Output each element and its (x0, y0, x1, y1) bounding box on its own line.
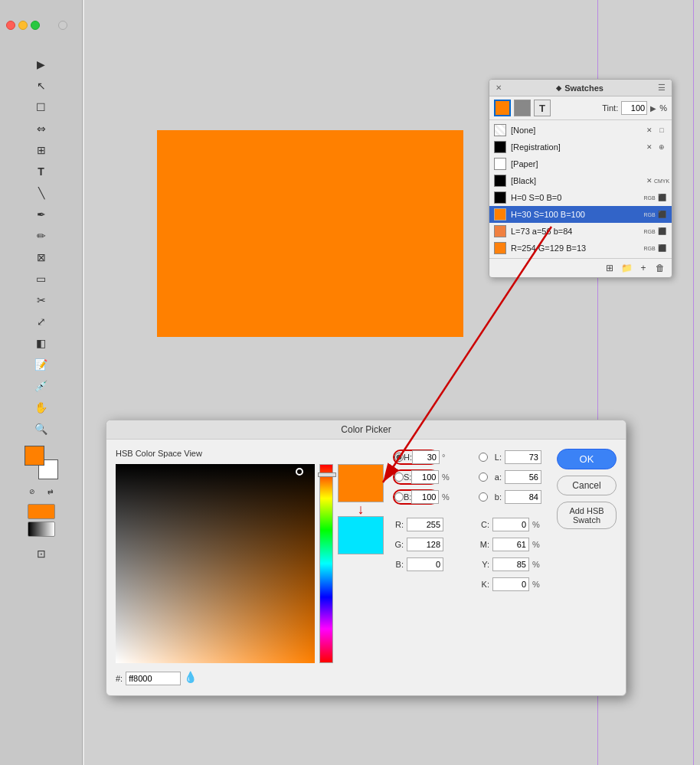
minimize-button[interactable] (18, 21, 28, 30)
cp-g-input[interactable] (407, 538, 443, 551)
cp-h-unit: ° (442, 453, 445, 462)
cp-h-input[interactable] (412, 450, 440, 464)
eyedropper-icon[interactable]: 💧 (184, 671, 199, 686)
canvas-orange-rectangle (157, 130, 463, 337)
cp-s-input[interactable] (411, 470, 439, 484)
cp-y-input[interactable] (492, 557, 529, 571)
swatch-black-color (494, 175, 506, 187)
cp-k-unit: % (532, 580, 540, 589)
swatch-registration-label: [Registration] (511, 142, 644, 152)
cp-hex-row: #: 💧 (116, 671, 384, 686)
swatch-hsb-black[interactable]: H=0 S=0 B=0 RGB ⬛ (489, 189, 672, 206)
cp-b3-label: b: (491, 492, 502, 502)
add-hsb-swatch-button[interactable]: Add HSB Swatch (557, 502, 617, 529)
swatch-rgb[interactable]: R=254 G=129 B=13 RGB ⬛ (489, 240, 672, 257)
swatch-hsb-orange[interactable]: H=30 S=100 B=100 RGB ⬛ (489, 206, 672, 223)
content-collector[interactable]: ⊞ (31, 140, 51, 160)
cp-b3-input[interactable] (505, 490, 541, 504)
swatch-lab[interactable]: L=73 a=56 b=84 RGB ⬛ (489, 223, 672, 240)
pencil-tool[interactable]: ✏ (31, 226, 51, 246)
tint-input[interactable] (621, 101, 647, 115)
swatch-registration[interactable]: [Registration] ✕ ⊕ (489, 139, 672, 155)
pen-tool[interactable]: ✒ (31, 204, 51, 224)
apply-color-btn[interactable] (28, 504, 55, 519)
swatches-footer: ⊞ 📁 + 🗑 (489, 258, 672, 277)
cp-picker-row: ↓ (116, 464, 384, 663)
cp-h-radio[interactable] (394, 453, 404, 462)
direct-select-tool[interactable]: ↖ (31, 76, 51, 96)
free-transform-tool[interactable]: ⤢ (31, 312, 51, 332)
swatches-close-icon[interactable]: ✕ (496, 83, 502, 92)
cp-k-label: K: (479, 580, 489, 589)
hand-tool[interactable]: ✋ (31, 397, 51, 417)
cp-m-input[interactable] (492, 538, 529, 551)
eyedropper-tool[interactable]: 💉 (31, 376, 51, 396)
cp-hash-label: #: (116, 674, 123, 683)
cp-b-radio[interactable] (394, 492, 404, 502)
zoom-tool[interactable]: 🔍 (31, 419, 51, 439)
expand-button[interactable] (31, 21, 40, 30)
cp-down-arrow: ↓ (338, 502, 384, 516)
type-tool[interactable]: T (31, 162, 51, 181)
swatch-hsb-black-icons: RGB ⬛ (644, 192, 667, 203)
cp-gradient-picker[interactable] (116, 464, 315, 663)
cp-b-label: B: (404, 492, 411, 502)
cp-c-input[interactable] (492, 518, 529, 531)
select-tool[interactable]: ▶ (31, 54, 51, 74)
frame-tool[interactable]: ⊠ (31, 247, 51, 267)
close-button[interactable] (6, 21, 15, 30)
cp-s-unit: % (442, 472, 450, 482)
notes-tool[interactable]: 📝 (31, 355, 51, 374)
swatches-delete-btn[interactable]: 🗑 (653, 261, 667, 275)
swap-colors-btn[interactable]: ⇄ (42, 483, 59, 500)
cp-old-color-preview (338, 516, 384, 554)
scissors-tool[interactable]: ✂ (31, 290, 51, 310)
cp-b3-radio[interactable] (479, 492, 488, 502)
swatches-folder-btn[interactable]: 📁 (620, 261, 633, 275)
line-tool[interactable]: ╲ (31, 183, 51, 203)
square-icon: □ (656, 125, 667, 136)
gap-tool[interactable]: ⇔ (31, 119, 51, 139)
cp-r-input[interactable] (407, 518, 443, 531)
swatch-none-color (494, 124, 506, 136)
frame-fitting-tool[interactable]: ⊡ (31, 544, 51, 564)
cp-m-row: M: % (479, 536, 548, 553)
swatches-grid-btn[interactable]: ⊞ (603, 261, 617, 275)
cp-l-input[interactable] (505, 450, 541, 464)
rectangle-tool[interactable]: ▭ (31, 269, 51, 289)
page-tool[interactable]: ☐ (31, 97, 51, 117)
ok-button[interactable]: OK (557, 449, 617, 469)
cp-k-input[interactable] (492, 577, 529, 591)
foreground-color-swatch[interactable] (25, 446, 44, 466)
color-swatch-area[interactable] (25, 446, 58, 479)
swatches-titlebar: ✕ ◆ Swatches ☰ (489, 80, 672, 96)
swatches-menu-icon[interactable]: ☰ (658, 83, 666, 93)
swatch-paper[interactable]: [Paper] (489, 155, 672, 172)
expand-button-2[interactable] (58, 21, 67, 30)
cp-y-row: Y: % (479, 556, 548, 573)
cp-b-input[interactable] (411, 490, 439, 504)
swatch-hsb-orange-color (494, 208, 506, 221)
cp-hex-input[interactable] (126, 672, 181, 685)
tint-arrow-btn[interactable]: ▶ (650, 104, 656, 113)
cp-k-row: K: % (479, 576, 548, 593)
cp-b2-input[interactable] (407, 557, 443, 571)
swatches-add-btn[interactable]: + (636, 261, 650, 275)
color-picker-body: HSB Color Space View ↓ #: (106, 440, 626, 695)
cp-gradient-bg (116, 464, 315, 663)
swatch-text-color-btn[interactable]: T (534, 100, 551, 116)
cancel-button[interactable]: Cancel (557, 476, 617, 495)
swatch-fill-color-btn[interactable] (494, 100, 511, 116)
cp-a-radio[interactable] (479, 472, 488, 482)
cp-a-input[interactable] (505, 470, 541, 484)
swatch-none[interactable]: [None] ✕ □ (489, 122, 672, 139)
swatch-black[interactable]: [Black] ✕ CMYK (489, 172, 672, 189)
cp-hue-slider[interactable] (319, 464, 333, 663)
cp-s-radio[interactable] (394, 472, 404, 482)
gradient-tool[interactable]: ◧ (31, 333, 51, 353)
apply-gradient-btn[interactable] (28, 521, 55, 537)
swatch-stroke-color-btn[interactable] (514, 100, 531, 116)
cp-l-radio[interactable] (479, 453, 488, 462)
fill-none-btn[interactable]: ⊘ (24, 483, 41, 500)
cross3-icon: ✕ (644, 175, 655, 186)
